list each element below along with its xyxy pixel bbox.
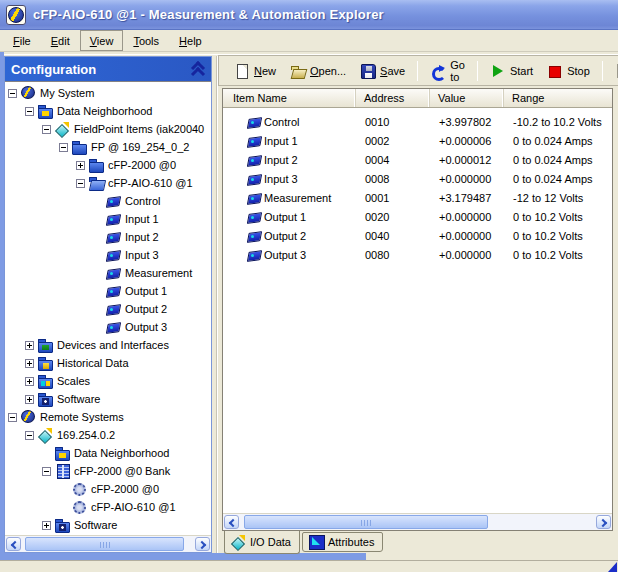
data-neighborhood-folder-icon [55,446,70,460]
tree-expand-toggle[interactable] [25,359,34,368]
channel-tag-icon [247,229,262,243]
menu-file[interactable]: File [3,30,41,51]
tree-item[interactable]: Output 1 [5,282,211,300]
table-body: Control 0010 +3.997802 -10.2 to 10.2 Vol… [223,108,612,513]
tree-item[interactable]: Control [5,192,211,210]
menu-view[interactable]: View [80,30,124,51]
scroll-left-arrow-icon[interactable] [224,515,239,529]
configuration-title: Configuration [11,62,191,77]
menu-tools[interactable]: Tools [123,30,169,51]
channel-tag-icon [247,134,262,148]
fieldpoint-diamond-icon [231,535,246,549]
tree-item[interactable]: Devices and Interfaces [5,336,211,354]
tree-expand-toggle[interactable] [25,377,34,386]
open-folder-icon [290,63,306,79]
stop-button[interactable]: Stop [540,59,597,83]
column-header-address[interactable]: Address [356,89,430,107]
tree-item[interactable]: Data Neighborhood [5,102,211,120]
tree-item[interactable]: 169.254.0.2 [5,426,211,444]
max-sphere-icon [21,410,36,424]
tree-item[interactable]: cFP-2000 @0 Bank [5,462,211,480]
cell-value: +0.000000 [430,173,504,185]
scroll-right-arrow-icon[interactable] [195,537,210,551]
scrollbar-thumb[interactable] [244,515,489,529]
scrollbar-track[interactable] [22,537,194,551]
table-row[interactable]: Output 2 0040 +0.000000 0 to 10.2 Volts [223,226,612,245]
tree-expand-toggle[interactable] [42,521,51,530]
tab-io-data[interactable]: I/O Data [224,531,300,554]
tree-item-label: cFP-2000 @0 Bank [74,465,170,477]
table-row[interactable]: Input 3 0008 +0.000000 0 to 0.024 Amps [223,169,612,188]
table-row[interactable]: Measurement 0001 +3.179487 -12 to 12 Vol… [223,188,612,207]
tree-horizontal-scrollbar[interactable] [5,535,211,552]
tree-item[interactable]: Input 3 [5,246,211,264]
start-button[interactable]: Start [483,59,540,83]
cell-value: +0.000012 [430,154,504,166]
scrollbar-track[interactable] [240,515,595,529]
column-header-value[interactable]: Value [430,89,504,107]
tree-expand-toggle[interactable] [59,143,68,152]
tree-expand-toggle[interactable] [25,431,34,440]
tree-expand-toggle[interactable] [25,107,34,116]
channel-tag-icon [247,115,262,129]
tree-item[interactable]: cFP-AIO-610 @1 [5,174,211,192]
tree-item-label: cFP-AIO-610 @1 [108,177,193,189]
tree-indent [8,147,59,148]
tree-item[interactable]: FP @ 169_254_0_2 [5,138,211,156]
scroll-left-arrow-icon[interactable] [6,537,21,551]
scrollbar-thumb[interactable] [25,537,183,551]
cell-range: -12 to 12 Volts [504,192,612,204]
tree-item-label: Remote Systems [40,411,124,423]
cell-range: 0 to 0.024 Amps [504,173,612,185]
goto-button[interactable]: Go to [423,55,472,86]
tree-expand-toggle[interactable] [8,413,17,422]
tree-indent [8,327,93,328]
table-row[interactable]: Input 1 0002 +0.000006 0 to 0.024 Amps [223,131,612,150]
tree-expand-toggle[interactable] [76,161,85,170]
tree-item[interactable]: cFP-2000 @0 [5,480,211,498]
column-header-item-name[interactable]: Item Name [223,89,356,107]
tab-attributes[interactable]: Attributes [302,532,383,552]
tree-expand-toggle[interactable] [8,89,17,98]
tree-expand-toggle[interactable] [76,179,85,188]
tree-expand-toggle[interactable] [42,467,51,476]
tree-item[interactable]: cFP-AIO-610 @1 [5,498,211,516]
table-row[interactable]: Output 3 0080 +0.000000 0 to 10.2 Volts [223,245,612,264]
tree-item[interactable]: Measurement [5,264,211,282]
tree-item[interactable]: Remote Systems [5,408,211,426]
tree-item[interactable]: cFP-2000 @0 [5,156,211,174]
panel-splitter[interactable] [212,56,222,553]
tree-item[interactable]: My System [5,84,211,102]
save-button[interactable]: Save [353,59,412,83]
column-header-range[interactable]: Range [504,89,612,107]
tree-item[interactable]: Input 2 [5,228,211,246]
table-row[interactable]: Control 0010 +3.997802 -10.2 to 10.2 Vol… [223,112,612,131]
tab-label: Attributes [328,536,374,548]
tree-expand-toggle[interactable] [25,341,34,350]
tree-expand-toggle[interactable] [42,125,51,134]
tree-item[interactable]: Software [5,390,211,408]
tree-item[interactable]: Software [5,516,211,534]
table-row[interactable]: Input 2 0004 +0.000012 0 to 0.024 Amps [223,150,612,169]
tree-item[interactable]: Data Neighborhood [5,444,211,462]
tree-item[interactable]: Scales [5,372,211,390]
cell-value: +0.000000 [430,211,504,223]
menu-edit[interactable]: Edit [41,30,80,51]
table-horizontal-scrollbar[interactable] [223,513,612,530]
collapse-panel-chevron-icon[interactable] [191,61,205,77]
tree-item[interactable]: Output 2 [5,300,211,318]
scroll-right-arrow-icon[interactable] [596,515,611,529]
tree-item[interactable]: Input 1 [5,210,211,228]
write-button[interactable]: Wri [608,59,618,83]
table-row[interactable]: Output 1 0020 +0.000000 0 to 10.2 Volts [223,207,612,226]
tree-expand-toggle[interactable] [25,395,34,404]
menu-help[interactable]: Help [169,30,212,51]
tree-item[interactable]: Output 3 [5,318,211,336]
tree-indent [8,507,59,508]
tree-indent [8,453,42,454]
open-button[interactable]: Open... [283,59,353,83]
toolbar-separator [602,61,603,81]
new-button[interactable]: New [227,59,283,83]
tree-item[interactable]: Historical Data [5,354,211,372]
tree-item[interactable]: FieldPoint Items (iak20040 [5,120,211,138]
